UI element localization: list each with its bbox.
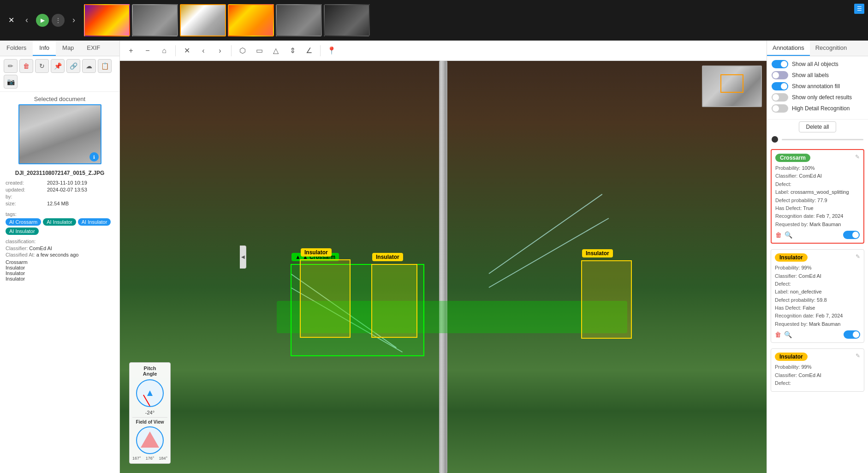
toggle-defect[interactable] (772, 93, 788, 102)
filmstrip-item-2[interactable] (132, 4, 178, 36)
scene-pole (439, 61, 447, 473)
zoom-in-button[interactable]: + (124, 43, 138, 58)
tab-recognition[interactable]: Recognition (810, 41, 853, 56)
copy-button[interactable]: 📋 (98, 59, 112, 73)
zoom-out-button[interactable]: − (140, 43, 155, 58)
camera-button[interactable]: 📷 (4, 75, 18, 89)
image-canvas[interactable]: ▲ ▲ Crossarm Insulator Insulator (120, 61, 767, 473)
toggle-ai-objects[interactable] (772, 60, 788, 68)
slider-track[interactable] (782, 139, 863, 140)
toggle-knob-hdr (773, 105, 779, 112)
close-button[interactable]: ✕ (5, 14, 18, 27)
link-button[interactable]: 🔗 (66, 59, 80, 73)
card-label-insulator-1[interactable]: Insulator (775, 253, 808, 262)
filmstrip-item-5[interactable] (276, 4, 322, 36)
home-button[interactable]: ⌂ (157, 43, 172, 58)
angle-tool[interactable]: ∠ (302, 43, 316, 58)
nav-prev-button[interactable]: ‹ (196, 43, 211, 58)
insulator-label-text-3: Insulator (586, 250, 609, 257)
card-field-rec-date-0: Recognition date: Feb 7, 2024 (775, 213, 860, 220)
class-item-2: Insulator (6, 265, 114, 270)
card-field-label-0: Label: crossarms_wood_splitting (775, 189, 860, 196)
card-field-defect-prob-0: Defect probability: 77.9 (775, 197, 860, 204)
annotation-card-crossarm[interactable]: Crossarm ✎ Probability: 100% Classifier:… (771, 149, 864, 244)
card-field-defect-1[interactable]: Defect: (775, 281, 860, 287)
marker-tool[interactable]: 📍 (324, 43, 339, 58)
filmstrip-item-1[interactable] (84, 4, 130, 36)
card-label-insulator-2[interactable]: Insulator (775, 353, 808, 361)
tab-map[interactable]: Map (56, 41, 80, 56)
polygon-tool[interactable]: ⬡ (235, 43, 250, 58)
prev-button[interactable]: ‹ (20, 14, 33, 27)
tag-ai-insulator-3[interactable]: AI Insulator (6, 228, 39, 235)
sidebar-collapse-btn[interactable]: ◀ (240, 245, 246, 269)
fov-circle (136, 426, 164, 454)
next-button[interactable]: › (67, 14, 80, 27)
tab-annotations[interactable]: Annotations (767, 41, 810, 56)
rect-tool[interactable]: ▭ (252, 43, 267, 58)
classified-at-key: Classified At: (6, 252, 36, 257)
insulator-label-text-2: Insulator (376, 254, 399, 260)
tab-folders[interactable]: Folders (0, 41, 33, 56)
card-field-defect-2[interactable]: Defect: (775, 380, 860, 387)
annotation-card-insulator-1[interactable]: Insulator ✎ Probability: 99% Classifier:… (771, 249, 864, 343)
line-tool[interactable]: △ (268, 43, 283, 58)
fov-center: 176° (146, 456, 155, 461)
card-zoom-btn-0[interactable]: 🔍 (785, 231, 792, 239)
measure-tool[interactable]: ⇕ (285, 43, 300, 58)
annotation-card-insulator-2[interactable]: Insulator ✎ Probability: 99% Classifier:… (771, 348, 864, 392)
card-edit-icon-insulator-2[interactable]: ✎ (856, 353, 860, 359)
toggle-row-ai-objects: Show all AI objects (772, 60, 863, 68)
pitch-arrow (147, 390, 153, 396)
selected-doc-label: Selected document (0, 92, 119, 104)
play-button[interactable]: ▶ (36, 14, 49, 27)
slider-dot (772, 136, 778, 143)
card-delete-btn-1[interactable]: 🗑 (775, 331, 781, 338)
tag-ai-crossarm[interactable]: AI Crossarm (6, 218, 41, 226)
card-prob-val-2: 99% (801, 364, 811, 370)
doc-thumbnail[interactable]: ℹ (18, 104, 101, 164)
upload-button[interactable]: ☁ (82, 59, 96, 73)
filmstrip-item-3[interactable] (180, 4, 226, 36)
delete-button[interactable]: 🗑 (19, 59, 33, 73)
edit-button[interactable]: ✏ (4, 59, 18, 73)
toggle-hdr[interactable] (772, 104, 788, 113)
filmstrip-item-4[interactable] (228, 4, 274, 36)
card-toggle-knob-1 (853, 331, 859, 338)
more-button[interactable]: ⋮ (52, 14, 65, 27)
left-tabs: Folders Info Map EXIF (0, 41, 119, 56)
card-edit-icon-insulator-1[interactable]: ✎ (856, 253, 860, 260)
toggle-label-fill: Show annotation fill (792, 83, 840, 90)
card-field-has-defect-1: Has Defect: False (775, 305, 860, 311)
toggle-labels[interactable] (772, 71, 788, 79)
card-delete-btn-0[interactable]: 🗑 (775, 231, 782, 239)
card-edit-icon-crossarm[interactable]: ✎ (855, 154, 860, 160)
toggle-fill[interactable] (772, 82, 788, 90)
right-tabs: Annotations Recognition ☰ (767, 41, 868, 56)
pitch-value: -24° (132, 410, 167, 415)
card-toggle-1[interactable] (844, 330, 860, 339)
nav-next-button[interactable]: › (213, 43, 227, 58)
clear-button[interactable]: ✕ (179, 43, 194, 58)
annotation-insulator-1[interactable]: Insulator (300, 259, 351, 338)
annotation-insulator-3[interactable]: Insulator (581, 260, 632, 339)
card-zoom-btn-1[interactable]: 🔍 (784, 331, 792, 338)
toggle-knob-labels (773, 72, 779, 78)
filmstrip-item-6[interactable] (324, 4, 370, 36)
rotate-button[interactable]: ↻ (35, 59, 49, 73)
tag-ai-insulator-2[interactable]: AI Insulator (78, 218, 111, 226)
tab-exif[interactable]: EXIF (80, 41, 107, 56)
card-toggle-0[interactable] (843, 231, 860, 239)
toggle-label-defect: Show only defect results (792, 94, 852, 101)
delete-all-button[interactable]: Delete all (799, 121, 836, 132)
tag-ai-insulator-1[interactable]: AI Insulator (43, 218, 76, 226)
tab-info[interactable]: Info (33, 41, 56, 56)
meta-updated-val: 2024-02-07 13:53 (47, 187, 87, 192)
pitch-widget: Pitch Angle -24° Field of View 167° 176°… (129, 362, 171, 464)
card-field-defect-0[interactable]: Defect: (775, 181, 860, 188)
pin-button[interactable]: 📌 (51, 59, 65, 73)
card-field-prob-1: Probability: 99% (775, 264, 860, 271)
annotation-insulator-2[interactable]: Insulator (371, 264, 417, 338)
center-area: ◀ + − ⌂ ✕ ‹ › ⬡ ▭ △ ⇕ ∠ 📍 (120, 41, 767, 473)
card-label-crossarm[interactable]: Crossarm (775, 154, 810, 162)
